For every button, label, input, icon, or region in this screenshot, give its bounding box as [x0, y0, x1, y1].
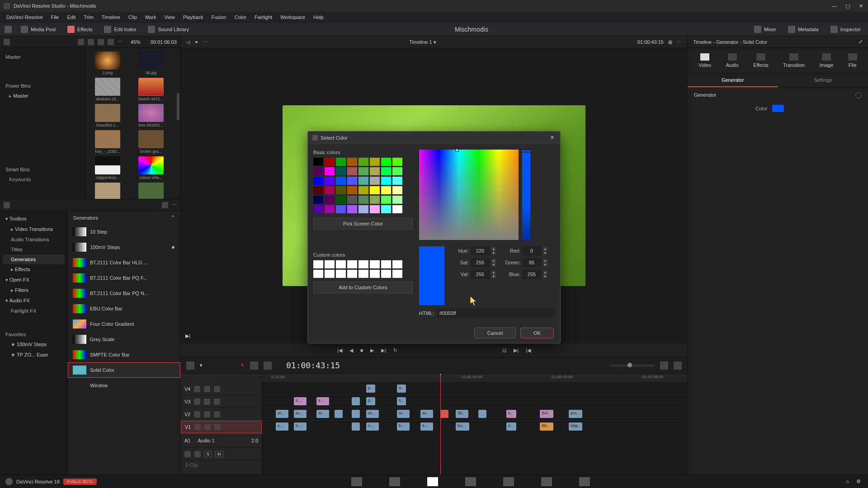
- menu-workspace[interactable]: Workspace: [277, 13, 309, 22]
- auto-select-icon[interactable]: [204, 424, 211, 430]
- custom-color-cell[interactable]: [325, 260, 335, 268]
- gen-smpte[interactable]: SMPTE Color Bar: [68, 347, 180, 362]
- hue-down[interactable]: ▾: [491, 251, 496, 255]
- timeline-clip[interactable]: [352, 422, 360, 431]
- zoom-level[interactable]: 45%: [131, 39, 141, 45]
- custom-color-cell[interactable]: [359, 260, 368, 268]
- timeline-clip[interactable]: [352, 397, 360, 405]
- trim-tool-icon[interactable]: [264, 361, 272, 370]
- gen-bt2111-hlg[interactable]: BT.2111 Color Bar HLG ...: [68, 255, 180, 270]
- fx-video-transitions[interactable]: ▸ Video Transitions: [3, 224, 65, 235]
- gen-window[interactable]: Window: [68, 378, 180, 393]
- home-icon[interactable]: ⌂: [846, 479, 849, 484]
- timeline-clip[interactable]: p..: [366, 397, 375, 405]
- basic-color-cell[interactable]: [381, 167, 391, 175]
- timeline-clip[interactable]: b...: [397, 422, 410, 431]
- collapse-icon[interactable]: ⌃: [171, 215, 175, 221]
- menu-timeline[interactable]: Timeline: [98, 13, 124, 22]
- timeline-clip[interactable]: b...: [294, 422, 307, 431]
- basic-color-cell[interactable]: [392, 167, 402, 175]
- inspector-button[interactable]: Inspector: [828, 24, 863, 35]
- menu-color[interactable]: Color: [231, 13, 250, 22]
- blade-tool-icon[interactable]: [250, 361, 258, 370]
- blue-input[interactable]: [522, 270, 541, 279]
- timeline-clip[interactable]: sc..: [420, 410, 433, 418]
- timeline-clip[interactable]: sc..: [316, 410, 329, 418]
- custom-color-cell[interactable]: [370, 260, 380, 268]
- gen-grey-scale[interactable]: Grey Scale: [68, 332, 180, 347]
- custom-color-cell[interactable]: [313, 270, 323, 278]
- basic-color-cell[interactable]: [325, 167, 335, 175]
- prev-frame-icon[interactable]: ◀: [349, 347, 353, 353]
- basic-color-cell[interactable]: [392, 205, 402, 213]
- hue-up[interactable]: ▴: [491, 247, 496, 251]
- zoom-slider[interactable]: [609, 365, 655, 366]
- custom-color-cell[interactable]: [381, 260, 391, 268]
- timeline-clip[interactable]: s..: [397, 397, 406, 405]
- clip-thumb[interactable]: brown gra...: [133, 130, 169, 154]
- fx-layout-icon[interactable]: [4, 202, 10, 208]
- master-bin[interactable]: Master: [4, 52, 82, 62]
- blue-down[interactable]: ▾: [543, 275, 547, 278]
- clip-thumb[interactable]: clapperboa...: [90, 156, 126, 180]
- timeline-clip[interactable]: [352, 410, 360, 418]
- hue-marker[interactable]: [521, 150, 532, 152]
- metadata-button[interactable]: Metadata: [785, 24, 821, 35]
- hue-input[interactable]: [471, 246, 490, 255]
- lock-icon[interactable]: [194, 386, 200, 392]
- custom-color-cell[interactable]: [336, 260, 346, 268]
- custom-color-cell[interactable]: [370, 270, 380, 278]
- volume-icon[interactable]: [660, 361, 668, 370]
- green-up[interactable]: ▴: [543, 259, 547, 263]
- lock-icon[interactable]: [184, 451, 191, 457]
- timeline-clip[interactable]: Sol..: [540, 410, 553, 418]
- fav-tpzo[interactable]: ★ TP ZO... Ease: [3, 350, 65, 360]
- sv-marker[interactable]: [455, 148, 459, 152]
- timeline-clip[interactable]: bo..: [456, 422, 469, 431]
- visible-icon[interactable]: [214, 399, 220, 405]
- timeline-clip[interactable]: sc..: [294, 410, 307, 418]
- viewer-timecode[interactable]: 01:00:43:15: [637, 39, 664, 45]
- dialog-close-icon[interactable]: ✕: [548, 134, 556, 141]
- visible-icon[interactable]: [214, 411, 220, 418]
- menu-view[interactable]: View: [160, 13, 179, 22]
- clip-thumb[interactable]: 2.png: [90, 52, 126, 75]
- dropdown-icon[interactable]: ▾: [434, 39, 436, 45]
- fx-generators[interactable]: Generators: [3, 254, 65, 264]
- basic-color-cell[interactable]: [359, 158, 368, 166]
- basic-color-cell[interactable]: [313, 186, 323, 194]
- power-master-bin[interactable]: ▸ Master: [4, 91, 82, 101]
- basic-color-cell[interactable]: [370, 167, 380, 175]
- clip-thumb[interactable]: beach-3471...: [133, 78, 169, 101]
- basic-color-cell[interactable]: [347, 205, 357, 213]
- play-next-icon[interactable]: ▶|: [185, 333, 190, 339]
- mixer-button[interactable]: Mixer: [751, 24, 779, 35]
- menu-edit[interactable]: Edit: [63, 13, 79, 22]
- visible-icon[interactable]: [214, 424, 221, 430]
- first-frame-icon[interactable]: |◀: [337, 347, 342, 353]
- timeline-clip[interactable]: s...: [316, 397, 329, 405]
- clip-thumb[interactable]: 36.jpg: [133, 52, 169, 75]
- solo-button[interactable]: S: [204, 451, 212, 457]
- sat-up[interactable]: ▴: [491, 259, 496, 263]
- basic-color-cell[interactable]: [381, 205, 391, 213]
- basic-color-cell[interactable]: [370, 196, 380, 204]
- basic-color-cell[interactable]: [392, 186, 402, 194]
- clip-thumb[interactable]: abstract-18...: [90, 78, 126, 101]
- basic-color-cell[interactable]: [336, 158, 346, 166]
- track-v3[interactable]: V3: [181, 395, 262, 408]
- goto-start-icon[interactable]: |◀: [526, 347, 531, 353]
- sound-library-button[interactable]: Sound Library: [145, 24, 192, 35]
- expand-icon[interactable]: ⤢: [859, 39, 863, 45]
- gen-solid-color[interactable]: Solid Color: [68, 362, 180, 378]
- reset-icon[interactable]: [855, 92, 862, 99]
- visible-icon[interactable]: [214, 386, 220, 392]
- menu-fusion[interactable]: Fusion: [208, 13, 230, 22]
- blue-up[interactable]: ▴: [543, 271, 547, 274]
- menu-clip[interactable]: Clip: [125, 13, 141, 22]
- fx-toolbox[interactable]: ▾ Toolbox: [3, 214, 65, 224]
- menu-help[interactable]: Help: [310, 13, 327, 22]
- keywords-bin[interactable]: Keywords: [4, 175, 82, 184]
- basic-color-cell[interactable]: [359, 196, 368, 204]
- fx-options-icon[interactable]: ⋯: [172, 202, 177, 208]
